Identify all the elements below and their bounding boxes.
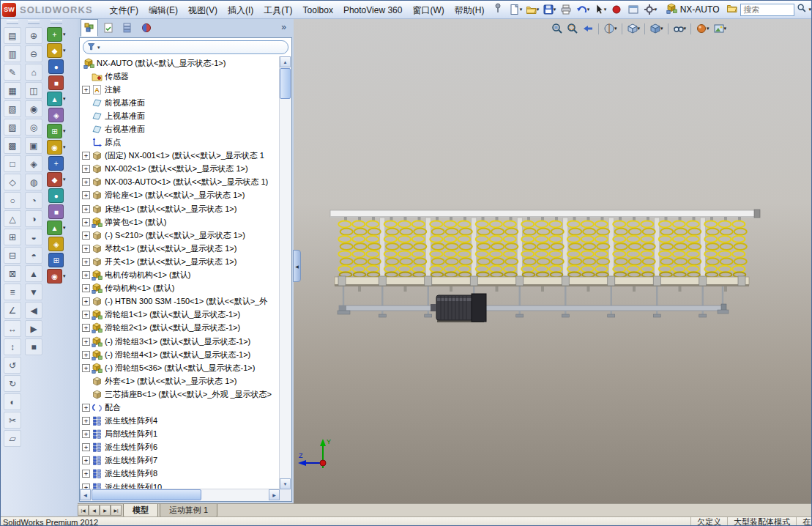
sweep-icon[interactable]: ▩ xyxy=(4,137,21,154)
tree-item[interactable]: +(-) 滑轮组4<1> (默认<默认_显示状态-1>) xyxy=(81,348,279,361)
menu-edit[interactable]: 编辑(E) xyxy=(144,3,183,18)
expander-icon[interactable]: + xyxy=(82,456,90,464)
search-caret-icon[interactable]: ▾ xyxy=(808,7,811,12)
configurationmanager-tab-icon[interactable] xyxy=(119,19,136,37)
new-document-icon[interactable]: ▾ xyxy=(507,2,523,18)
display-style-icon[interactable]: ▾ xyxy=(648,22,665,35)
expander-icon[interactable]: + xyxy=(82,484,90,489)
expander-icon[interactable]: + xyxy=(82,258,90,266)
horizontal-scroll-thumb[interactable] xyxy=(92,489,201,500)
panel-overflow-chevron[interactable]: » xyxy=(281,22,286,32)
expander-icon[interactable]: + xyxy=(82,152,90,160)
options-icon[interactable]: ▾ xyxy=(642,2,658,18)
zoom-area-icon[interactable] xyxy=(565,22,580,35)
search-magnifier-icon[interactable] xyxy=(797,3,807,16)
shaded-view-icon[interactable]: ▣ xyxy=(25,137,42,154)
pin-icon[interactable] xyxy=(492,2,504,17)
mate-icon[interactable]: ◆ xyxy=(47,43,62,58)
view-top-icon[interactable]: ◓ xyxy=(25,247,42,264)
show-hidden-components-icon[interactable]: ◈ xyxy=(48,108,64,122)
rotate-view-icon[interactable]: ◉ xyxy=(25,100,42,117)
dropdown-caret-icon[interactable]: ▾ xyxy=(707,26,709,32)
tree-item[interactable]: 右视基准面 xyxy=(81,122,279,136)
sketch-entities-icon[interactable]: ◐ xyxy=(4,393,21,410)
panel-splitter-handle[interactable]: ◀ xyxy=(293,250,301,282)
tab-nav-button-0[interactable]: |◀ xyxy=(78,505,89,516)
tree-item[interactable]: +传动机构<1> (默认) xyxy=(81,282,279,295)
extrude-icon[interactable]: ▧ xyxy=(4,100,21,117)
new-motion-study-icon[interactable]: + xyxy=(48,156,64,171)
pan-view-icon[interactable]: ◎ xyxy=(25,119,42,136)
zoom-out-icon[interactable]: ⊖ xyxy=(25,45,42,62)
split-view-icon[interactable]: ◫ xyxy=(25,82,42,99)
expander-icon[interactable]: + xyxy=(82,205,90,213)
expander-icon[interactable]: + xyxy=(82,351,90,359)
dropdown-caret-icon[interactable]: ▾ xyxy=(63,48,66,53)
expander-icon[interactable]: + xyxy=(82,218,90,226)
print-icon[interactable] xyxy=(558,2,573,18)
tree-horizontal-scrollbar[interactable]: ◀ ▶ xyxy=(80,489,280,501)
tree-item[interactable]: +派生线性阵列4 xyxy=(81,415,279,428)
dimension-icon[interactable]: ▦ xyxy=(4,82,21,99)
dropdown-caret-icon[interactable]: ▾ xyxy=(63,144,66,150)
interference-detection-icon[interactable]: ▲ xyxy=(47,221,62,235)
tab-nav-button-2[interactable]: ▶ xyxy=(100,505,111,516)
expander-icon[interactable]: + xyxy=(82,404,90,412)
dropdown-caret-icon[interactable]: ▾ xyxy=(724,26,727,32)
tree-item[interactable]: 外套<1> (默认<<默认>_显示状态 1>) xyxy=(81,374,279,388)
expander-icon[interactable]: + xyxy=(82,311,90,319)
dropdown-caret-icon[interactable]: ▾ xyxy=(537,7,540,12)
tab-nav-button-1[interactable]: ◀ xyxy=(89,505,100,516)
dropdown-caret-icon[interactable]: ▾ xyxy=(63,128,66,134)
scroll-down-button[interactable]: ▼ xyxy=(280,478,291,489)
dropdown-caret-icon[interactable]: ▾ xyxy=(63,177,66,182)
scroll-up-button[interactable]: ▲ xyxy=(280,56,291,67)
menu-tools[interactable]: 工具(T) xyxy=(258,3,297,18)
tree-item[interactable]: 传感器 xyxy=(81,70,279,83)
scroll-left-button[interactable]: ◀ xyxy=(80,489,91,500)
view-right-icon[interactable]: ◒ xyxy=(25,229,42,245)
selection-filter-icon[interactable]: ▤ xyxy=(4,27,21,44)
standard-views-icon[interactable]: ■ xyxy=(25,338,42,355)
view-orientation-icon[interactable]: ▾ xyxy=(625,22,642,35)
dropdown-caret-icon[interactable]: ▾ xyxy=(638,26,641,32)
wireframe-view-icon[interactable]: ◈ xyxy=(25,155,42,172)
reference-geometry-icon[interactable]: ◉ xyxy=(47,140,62,155)
open-document-icon[interactable]: ▾ xyxy=(524,2,540,18)
tree-item[interactable]: +派生线性阵列6 xyxy=(81,441,279,454)
mass-properties-icon[interactable]: ↺ xyxy=(4,357,21,374)
revolve-icon[interactable]: ▨ xyxy=(4,119,21,136)
expander-icon[interactable]: + xyxy=(82,324,90,332)
propertymanager-tab-icon[interactable] xyxy=(100,19,117,37)
zoom-fit-icon[interactable] xyxy=(550,22,565,35)
tree-root-item[interactable]: NX-AUTO (默认<默认_显示状态-1>) xyxy=(81,56,279,70)
dropdown-caret-icon[interactable]: ▾ xyxy=(614,26,617,32)
expander-icon[interactable]: + xyxy=(82,430,90,438)
tree-item[interactable]: 三芯插座B<1> (默认<<默认>_外观 _显示状态> xyxy=(81,388,279,401)
tree-item[interactable]: +(-) HTBN 300 S3M -150<1> (默认<<默认>_外 xyxy=(81,295,279,308)
expander-icon[interactable]: + xyxy=(82,178,90,186)
view-up-icon[interactable]: ▲ xyxy=(25,265,42,282)
zoom-in-icon[interactable]: ⊕ xyxy=(25,27,42,44)
axis-icon[interactable]: ↔ xyxy=(4,320,21,337)
tab-model[interactable]: 模型 xyxy=(123,504,158,517)
expander-icon[interactable]: + xyxy=(82,271,90,279)
fillet-icon[interactable]: ◇ xyxy=(4,174,21,190)
featuremanager-tab-icon[interactable] xyxy=(81,19,98,37)
loft-icon[interactable]: □ xyxy=(4,155,21,172)
select-icon[interactable]: ▥ xyxy=(4,45,21,62)
menu-window[interactable]: 窗口(W) xyxy=(407,3,449,18)
expander-icon[interactable]: + xyxy=(82,284,90,292)
tree-item[interactable]: +配合 xyxy=(81,401,279,414)
record-macro-icon[interactable] xyxy=(608,2,624,18)
expander-icon[interactable]: + xyxy=(82,364,90,372)
expander-icon[interactable]: + xyxy=(82,165,90,173)
tree-item[interactable]: +派生线性阵列10 xyxy=(81,481,279,489)
smart-fasteners-icon[interactable]: ■ xyxy=(48,75,64,90)
tree-item[interactable]: 原点 xyxy=(81,136,279,149)
tree-item[interactable]: +开关<1> (默认<<默认>_显示状态 1>) xyxy=(81,255,279,268)
scroll-right-button[interactable]: ▶ xyxy=(269,489,280,500)
vertical-scroll-thumb[interactable] xyxy=(280,68,291,99)
sketch-icon[interactable]: ✎ xyxy=(4,64,21,81)
tree-item[interactable]: +弹簧包<1> (默认) xyxy=(81,215,279,229)
